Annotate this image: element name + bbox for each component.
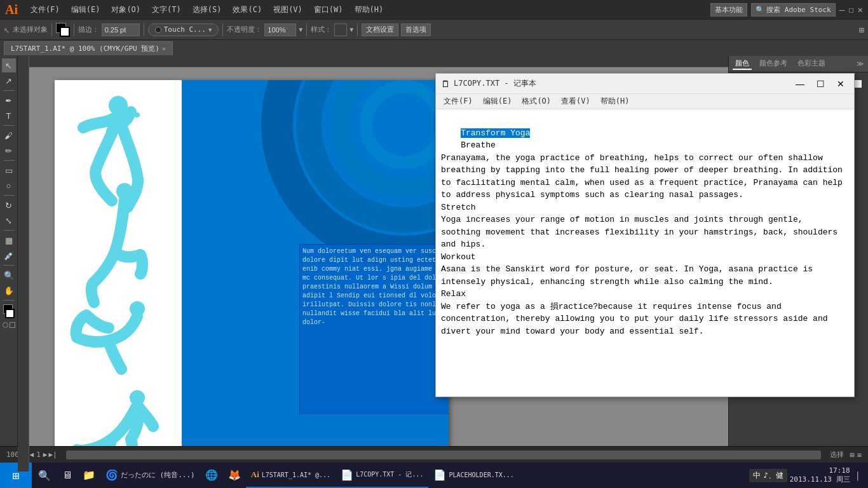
tool-sep-2 — [3, 125, 15, 126]
panel-expand-btn[interactable]: ≫ — [857, 60, 864, 68]
taskbar-cortana[interactable]: 🖥 — [57, 463, 78, 488]
ai-logo: Ai — [5, 3, 18, 17]
toolbar-sep-6 — [357, 24, 358, 36]
color-theme-tab[interactable]: 色彩主题 — [795, 58, 828, 70]
pen-tool[interactable]: ✒ — [2, 93, 16, 107]
task-ai-icon: Ai — [251, 470, 259, 480]
brush-tool[interactable]: 🖌 — [2, 128, 16, 142]
scroll-bar[interactable] — [66, 451, 821, 459]
menu-select[interactable]: 选择(S) — [187, 3, 227, 17]
highlighted-text: Transform Yoga — [461, 128, 530, 138]
select-tool-icon: ↖ — [4, 24, 10, 36]
taskbar-ie[interactable]: 🌐 — [200, 463, 223, 488]
scale-tool[interactable]: ⤡ — [2, 214, 16, 227]
yoga-figures-svg — [55, 80, 182, 471]
ruler-top — [29, 56, 728, 67]
taskbar-notepad-1[interactable]: 📄 L7COPY.TXT - 记... — [336, 463, 428, 488]
notepad-maximize-btn[interactable]: ☐ — [812, 76, 829, 92]
text-tool[interactable]: T — [2, 109, 16, 123]
preferences-btn[interactable]: 首选项 — [401, 24, 431, 36]
notepad-titlebar[interactable]: 🗒 L7COPY.TXT - 记事本 — ☐ ✕ — [436, 74, 854, 94]
taskbar-file-explorer[interactable]: 📁 — [78, 463, 100, 488]
taskbar-music[interactable]: 🌀 だったのに (纯音...) — [100, 463, 200, 488]
system-clock: 17:18 2013.11.13 周三 — [790, 466, 850, 485]
zoom-tool[interactable]: 🔍 — [2, 268, 16, 282]
tab-close-btn[interactable]: ✕ — [162, 45, 166, 52]
style-dropdown-icon[interactable]: ▼ — [349, 26, 353, 33]
menu-effect[interactable]: 效果(C) — [227, 3, 267, 17]
menu-object[interactable]: 对象(O) — [106, 3, 146, 17]
touch-selector[interactable]: Touch C... ▼ — [148, 24, 219, 36]
screen-mode-icon[interactable] — [3, 322, 8, 328]
close-btn[interactable]: ✕ — [858, 4, 863, 15]
np-menu-edit[interactable]: 编辑(E) — [478, 95, 517, 108]
color-swatch[interactable] — [2, 304, 16, 318]
ellipse-tool[interactable]: ○ — [2, 179, 16, 193]
color-tab[interactable]: 颜色 — [733, 58, 752, 70]
menu-edit[interactable]: 编辑(E) — [66, 3, 105, 17]
doc-settings-btn[interactable]: 文档设置 — [362, 24, 398, 36]
ime-indicator[interactable]: 中 ♪、健 — [749, 469, 787, 482]
task-ai-label: L7START_1.AI* @... — [262, 471, 330, 478]
task-notepad-1-label: L7COPY.TXT - 记... — [356, 470, 423, 479]
fill-stroke-swatch[interactable] — [56, 23, 70, 37]
main-toolbar: ↖ 未选择对象 描边： Touch C... ▼ 不透明度： ▼ 样式： ▼ 文… — [0, 19, 868, 39]
eyedropper-tool[interactable]: 💉 — [2, 248, 16, 262]
style-swatch[interactable] — [334, 24, 347, 36]
menu-view[interactable]: 视图(V) — [268, 3, 308, 17]
notepad-text-area[interactable]: Transform Yoga Breathe Pranayama, the yo… — [436, 109, 854, 396]
maximize-btn[interactable]: ☐ — [848, 4, 853, 15]
show-desktop-btn[interactable]: | — [853, 470, 863, 480]
panels-icon-status[interactable]: ≡ — [857, 451, 862, 459]
ime-lang: 中 — [753, 470, 761, 481]
artboard: Num doloreetum ven esequam ver suscipist… — [55, 80, 449, 471]
tool-sep-7 — [3, 300, 15, 301]
stroke-input[interactable] — [102, 24, 140, 36]
pencil-tool[interactable]: ✏ — [2, 144, 16, 158]
rotate-tool[interactable]: ↻ — [2, 198, 16, 212]
tab-bar: L7START_1.AI* @ 100% (CMYK/GPU 预览) ✕ — [0, 39, 868, 56]
search-button[interactable]: 🔍 — [32, 463, 57, 488]
stock-search[interactable]: 🔍 搜索 Adobe Stock — [751, 3, 835, 17]
arrange-icon-status[interactable]: ⊞ — [850, 451, 855, 459]
notepad-minimize-btn[interactable]: — — [792, 76, 808, 92]
menu-help[interactable]: 帮助(H) — [349, 3, 389, 17]
menu-file[interactable]: 文件(F) — [25, 3, 65, 17]
taskbar-notepad-2[interactable]: 📄 PLACEHOLDER.TX... — [428, 463, 519, 488]
gradient-tool[interactable]: ▦ — [2, 233, 16, 247]
no-selection-label: 未选择对象 — [13, 25, 48, 34]
hand-tool[interactable]: ✋ — [2, 283, 16, 297]
menu-window[interactable]: 窗口(W) — [309, 3, 348, 17]
document-tab[interactable]: L7START_1.AI* @ 100% (CMYK/GPU 预览) ✕ — [4, 41, 173, 55]
direct-select-tool[interactable]: ↗ — [2, 74, 16, 88]
np-menu-file[interactable]: 文件(F) — [438, 95, 478, 108]
color-ref-tab[interactable]: 颜色参考 — [757, 58, 790, 70]
np-menu-format[interactable]: 格式(O) — [517, 95, 556, 108]
taskbar: ⊞ 🔍 🖥 📁 🌀 だったのに (纯音...) 🌐 🦊 Ai L7START_1… — [0, 463, 868, 488]
arrange-icon[interactable]: ⊞ — [859, 25, 864, 35]
workspace-switcher[interactable]: 基本功能 — [710, 3, 747, 17]
taskbar-right: 中 ♪、健 17:18 2013.11.13 周三 | — [749, 466, 868, 485]
taskbar-firefox[interactable]: 🦊 — [223, 463, 246, 488]
np-menu-help[interactable]: 帮助(H) — [595, 95, 635, 108]
minimize-btn[interactable]: — — [839, 4, 844, 15]
color-mode-icon[interactable] — [10, 322, 15, 328]
tool-sep-1 — [3, 90, 15, 91]
opacity-input[interactable] — [264, 24, 296, 36]
style-label: 样式： — [311, 25, 332, 34]
tool-sep-4 — [3, 195, 15, 196]
touch-dropdown-icon[interactable]: ▼ — [208, 27, 212, 33]
np-menu-view[interactable]: 查看(V) — [556, 95, 595, 108]
task-icon-music: 🌀 — [105, 469, 118, 481]
notepad-close-btn[interactable]: ✕ — [832, 76, 849, 92]
task-icon-notepad-1: 📄 — [341, 469, 353, 481]
menu-text[interactable]: 文字(T) — [147, 3, 186, 17]
zoom-controls[interactable]: ◀ 1 ▶ ▶| — [30, 451, 57, 459]
toolbar-sep-4 — [222, 24, 223, 36]
select-tool[interactable]: ↖ — [2, 58, 16, 72]
tool-sep-3 — [3, 160, 15, 161]
shape-tool[interactable]: ▭ — [2, 163, 16, 177]
opacity-dropdown-icon[interactable]: ▼ — [299, 26, 302, 33]
taskbar-illustrator[interactable]: Ai L7START_1.AI* @... — [246, 463, 336, 488]
ime-extra: ♪、健 — [763, 470, 783, 481]
